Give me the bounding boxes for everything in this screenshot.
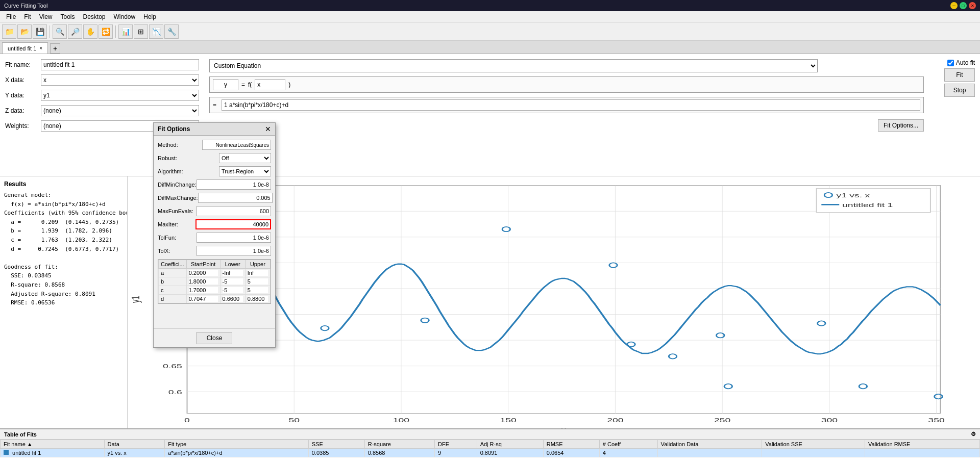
svg-text:0: 0 [184,417,190,423]
col-data[interactable]: Data [104,440,165,449]
titlebar-controls: ─ □ ✕ [950,2,976,9]
diffmax-input[interactable] [198,193,273,203]
top-panel: Fit name: X data: x Y data: y1 Z data: (… [0,54,980,176]
col-val-rmse[interactable]: Validation RMSE [865,440,980,449]
coeff-row-a: a [159,269,271,277]
svg-text:0.65: 0.65 [163,363,182,369]
cell-sse: 0.0385 [308,449,364,457]
autofit-checkbox[interactable] [947,60,954,66]
eq-f: f( [248,81,252,88]
maximize-button[interactable]: □ [960,2,967,9]
tolfun-label: TolFun: [158,235,197,241]
menu-fit[interactable]: Fit [20,12,35,21]
dialog-empty-area [158,304,271,324]
svg-text:50: 50 [288,417,300,423]
col-fit-type[interactable]: Fit type [165,440,309,449]
col-sse[interactable]: SSE [308,440,364,449]
tab-close-icon[interactable]: × [39,45,42,51]
robust-select[interactable]: Off [219,153,271,163]
maxfun-input[interactable] [197,206,271,216]
col-rsquare[interactable]: R-square [364,440,434,449]
toolbar-grid[interactable]: ⊞ [134,24,148,39]
dialog-close-button[interactable]: Close [197,332,232,344]
menu-tools[interactable]: Tools [56,12,79,21]
toolbar-zoom[interactable]: 🔍 [53,24,67,39]
diffmax-label: DiffMaxChange: [158,195,198,201]
coeff-d-start[interactable] [186,295,220,303]
coeff-c-upper[interactable] [245,286,270,295]
tab-untitled-fit-1[interactable]: untitled fit 1 × [2,42,48,54]
toolbar-reset[interactable]: 🔁 [99,24,113,39]
toolbar-chart[interactable]: 📉 [149,24,163,39]
menu-view[interactable]: View [35,12,57,21]
menubar: File Fit View Tools Desktop Window Help [0,11,980,22]
menu-desktop[interactable]: Desktop [79,12,110,21]
fit-name-input[interactable] [41,59,199,70]
diffmin-input[interactable] [197,179,271,190]
tolx-input[interactable] [197,246,271,256]
coeff-c-start[interactable] [186,286,220,295]
table-settings-icon[interactable]: ⚙ [971,431,976,438]
coeff-a-start[interactable] [186,269,220,277]
col-val-data[interactable]: Validation Data [657,440,762,449]
chart-bg [187,186,941,414]
toolbar-new[interactable]: 📁 [2,24,16,39]
coeff-d-upper[interactable] [245,295,270,303]
dialog-close-icon[interactable]: ✕ [265,125,271,133]
eq-x-input[interactable] [255,79,285,90]
toolbar-table[interactable]: 📊 [118,24,133,39]
coeff-b-lower[interactable] [220,277,245,286]
tab-add-button[interactable]: + [50,43,60,54]
tolfun-input[interactable] [197,233,271,243]
coeff-col-start: StartPoint [186,260,220,269]
equation-type-select[interactable]: Custom Equation [209,59,818,72]
menu-help[interactable]: Help [139,12,160,21]
col-val-sse[interactable]: Validation SSE [762,440,865,449]
toolbar-separator-2 [115,25,116,38]
svg-text:350: 350 [928,417,944,423]
coeff-b-upper[interactable] [245,277,270,286]
menu-window[interactable]: Window [110,12,140,21]
algorithm-label: Algorithm: [158,168,219,174]
autofit-label[interactable]: Auto fit [947,59,975,66]
coeff-c-lower[interactable] [220,286,245,295]
diffmin-row: DiffMinChange: [158,179,271,190]
menu-file[interactable]: File [2,12,20,21]
coeff-a-lower[interactable] [220,269,245,277]
tolx-label: TolX: [158,248,197,254]
algorithm-select[interactable]: Trust-Region [219,166,271,176]
coeff-c-name: c [159,286,187,295]
stop-button[interactable]: Stop [944,84,975,97]
x-data-select[interactable]: x [41,74,199,86]
toolbar-open[interactable]: 📂 [17,24,32,39]
eq-formula-row: = [209,97,924,113]
cell-val-rmse [865,449,980,457]
svg-text:100: 100 [393,417,409,423]
col-fit-name[interactable]: Fit name ▲ [1,440,105,449]
coeff-a-upper[interactable] [245,269,270,277]
y-data-select[interactable]: y1 [41,90,199,101]
eq-formula-input[interactable] [222,99,920,111]
minimize-button[interactable]: ─ [950,2,958,9]
eq-y-input[interactable] [213,79,238,90]
maxiter-input[interactable] [195,219,271,229]
close-button[interactable]: ✕ [969,2,976,9]
z-data-label: Z data: [5,107,41,114]
z-data-select[interactable]: (none) [41,105,199,116]
toolbar-zoom2[interactable]: 🔎 [68,24,82,39]
fit-button[interactable]: Fit [944,68,975,82]
table-row[interactable]: untitled fit 1 y1 vs. x a*sin(b*pi*x/180… [1,449,980,457]
col-ncoeff[interactable]: # Coeff [599,440,657,449]
col-adj-rsq[interactable]: Adj R-sq [477,440,543,449]
col-dfe[interactable]: DFE [435,440,477,449]
cell-val-data [657,449,762,457]
toolbar-save[interactable]: 💾 [33,24,47,39]
method-input[interactable] [202,140,271,150]
coeff-b-start[interactable] [186,277,220,286]
toolbar-pan[interactable]: ✋ [83,24,97,39]
toolbar-settings[interactable]: 🔧 [164,24,179,39]
robust-label: Robust: [158,155,219,161]
col-rmse[interactable]: RMSE [543,440,599,449]
coeff-d-lower[interactable] [220,295,245,303]
fit-options-button[interactable]: Fit Options... [878,119,924,132]
